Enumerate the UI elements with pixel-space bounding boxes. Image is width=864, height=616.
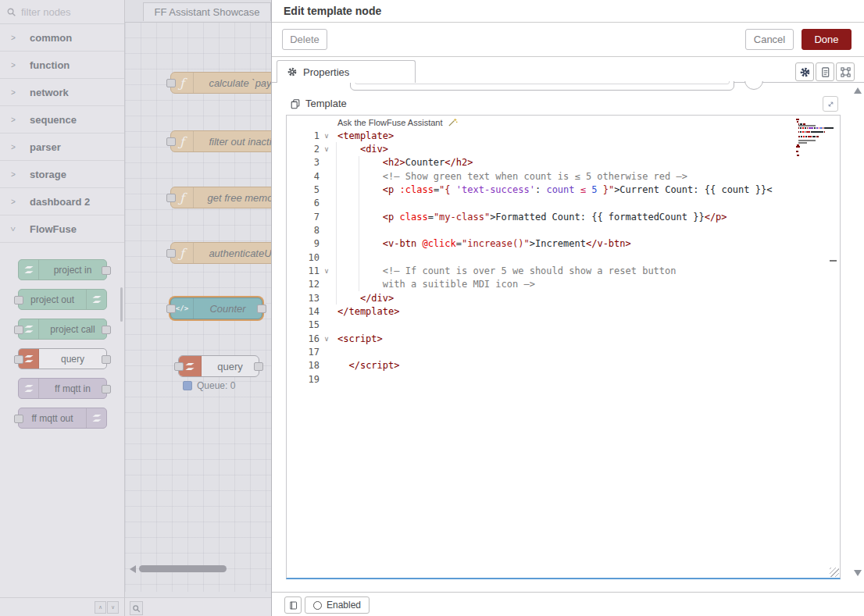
flow-tab[interactable]: FF Assistant Showcase [143,2,271,21]
palette-category-common[interactable]: >common [0,24,125,52]
palette-node-project-out[interactable]: project out [18,289,107,310]
node-input-port[interactable] [166,249,176,258]
code-line: 3<h2>Counter</h2> [287,156,840,169]
properties-view-button[interactable] [795,62,814,81]
flow-node-query[interactable]: query [178,355,259,377]
code-segment: "increase()" [462,238,530,249]
flow-node-label: authenticateU [194,247,271,259]
delete-button[interactable]: Delete [282,29,327,50]
node-input-port[interactable] [14,355,23,364]
node-output-port[interactable] [254,362,263,371]
node-output-port[interactable] [102,326,111,334]
flowfuse-logo-icon [86,290,106,309]
node-input-port[interactable] [14,326,23,334]
palette-node-ff-mqtt-out[interactable]: ff mqtt out [18,408,107,429]
minimap-mark [805,136,807,137]
enabled-label: Enabled [327,600,361,611]
expand-editor-button[interactable] [823,96,838,112]
flow-node-filter-out-inacti[interactable]: ƒfilter out inacti [170,130,271,152]
minimap-mark [805,127,806,129]
flow-node-authenticateu[interactable]: ƒauthenticateU [170,242,271,264]
node-input-port[interactable] [166,137,176,146]
line-number: 2 [287,144,320,155]
palette-category-dashboard-2[interactable]: >dashboard 2 [0,188,125,215]
node-input-port[interactable] [174,362,184,371]
palette-collapse-all-button[interactable]: ∧ [95,601,106,614]
line-number: 8 [287,225,320,236]
palette-category-network[interactable]: >network [0,79,125,106]
node-input-port[interactable] [166,194,176,202]
fold-toggle-icon[interactable]: ∨ [320,267,334,275]
code-segment: ≤ [575,184,592,195]
code-line: 15 [287,319,840,332]
palette-category-function[interactable]: >function [0,52,125,79]
node-output-port[interactable] [102,266,111,275]
status-dot-icon [183,381,192,390]
node-output-port[interactable] [102,385,111,393]
minimap-mark [814,127,816,129]
minimap-mark [798,140,816,141]
palette-category-sequence[interactable]: >sequence [0,106,125,134]
template-code-editor[interactable]: Ask the FlowFuse Assistant 1∨<template>2… [286,115,841,579]
scroll-down-arrow-icon[interactable] [854,570,862,576]
editor-resize-grip[interactable] [830,568,839,577]
flowfuse-logo-icon [86,408,106,428]
code-segment: >Increment [530,238,586,249]
palette-category-flowfuse[interactable]: >FlowFuse [0,215,125,243]
scrolled-circle-button-partial[interactable] [744,81,763,90]
code-segment: <!— Show green text when count is ≤ 5 ot… [383,171,687,182]
code-segment: }" [597,184,614,195]
node-output-port[interactable] [102,355,111,364]
minimap-mark [824,127,834,129]
code-content: <!— If count is over 5 we should show a … [334,265,677,276]
editor-minimap[interactable] [796,119,829,158]
line-number: 14 [287,306,320,317]
docs-button[interactable] [284,596,302,614]
tab-properties[interactable]: Properties [277,60,416,83]
node-input-port[interactable] [14,296,23,304]
flow-node-get-free-memo[interactable]: ƒget free memo [170,187,271,208]
circle-icon [313,601,322,610]
node-input-port[interactable] [166,79,176,87]
minimap-mark [798,136,801,137]
appearance-view-button[interactable] [836,62,855,81]
flow-canvas[interactable]: ƒcalculate `payƒfilter out inactiƒget fr… [125,22,271,592]
palette-category-label: FlowFuse [30,223,77,235]
fold-toggle-icon[interactable]: ∨ [320,145,334,153]
chevron-right-icon: > [11,143,16,151]
horizontal-scrollbar[interactable] [139,565,227,572]
palette-category-label: sequence [30,114,77,126]
chevron-right-icon: > [11,170,16,179]
line-number: 5 [287,184,320,195]
palette-node-query[interactable]: query [18,348,107,369]
done-button[interactable]: Done [802,29,852,50]
fold-toggle-icon[interactable]: ∨ [320,335,334,343]
node-enabled-toggle[interactable]: Enabled [305,596,370,614]
palette-scrollbar[interactable] [120,287,123,322]
code-content: <div> [334,144,388,155]
code-line: 14</template> [287,304,840,318]
node-input-port[interactable] [14,415,23,423]
node-input-port[interactable] [166,304,176,313]
description-view-button[interactable] [816,62,834,81]
node-output-port[interactable] [257,304,266,313]
assistant-hint[interactable]: Ask the FlowFuse Assistant [287,116,840,129]
palette-expand-all-button[interactable]: ∨ [107,601,119,614]
fold-toggle-icon[interactable]: ∨ [320,132,334,140]
hscroll-left-arrow-icon[interactable] [130,565,136,573]
cancel-button[interactable]: Cancel [745,29,794,50]
flow-node-calculate-pay[interactable]: ƒcalculate `pay [170,72,271,94]
scroll-up-arrow-icon[interactable] [854,87,862,94]
line-number: 18 [287,360,320,371]
palette-category-parser[interactable]: >parser [0,134,125,161]
workspace-search-button[interactable] [130,601,143,615]
code-segment: : [535,184,546,195]
filter-nodes-input[interactable]: filter nodes [0,0,125,24]
palette-category-storage[interactable]: >storage [0,161,125,188]
palette-node-project-call[interactable]: project call [18,319,107,340]
gear-icon [799,66,811,78]
minimap-mark [798,142,807,144]
palette-node-project-in[interactable]: project in [18,259,107,280]
flow-node-counter[interactable]: </>Counter [170,297,262,319]
palette-node-ff-mqtt-in[interactable]: ff mqtt in [18,378,107,399]
